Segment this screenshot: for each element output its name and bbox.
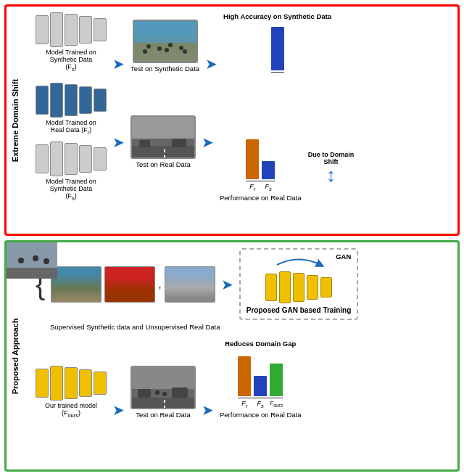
bars-container-2 (246, 131, 275, 181)
perf-block-real: Fr Fs Performance on Real Data (220, 131, 301, 202)
arrow-2: ➤ (205, 55, 218, 73)
arrow-4: ➤ (202, 134, 214, 151)
model-label-ours: Our trained model (Fours) (44, 402, 99, 419)
synth-img-1 (51, 266, 102, 303)
bar-label-fs: Fs (262, 183, 275, 192)
svg-point-2 (146, 44, 151, 49)
model-stack-blue (36, 83, 107, 118)
comma-separator: , (158, 278, 161, 291)
top-section: Extreme Domain Shift Model Trained onSyn… (4, 4, 460, 236)
row-real: Model Trained onReal Data (Fr) Model Tra… (36, 83, 452, 202)
model-block-ours: Our trained model (Fours) (36, 366, 107, 419)
bar-labels-2: Fr Fs (246, 183, 275, 192)
gan-page-5 (320, 277, 332, 298)
row-our-model: Our trained model (Fours) ➤ (36, 340, 452, 419)
model-page-r2 (50, 83, 63, 118)
domain-shift-block: Due to Domain Shift ↕ (305, 151, 356, 184)
perf-block-high-acc: High Accuracy on Synthetic Data (223, 12, 331, 73)
model-stack-yellow (36, 366, 107, 401)
arrow-7: ➤ (202, 401, 214, 419)
model-page-s4 (79, 145, 92, 173)
synth-images-group: , (51, 266, 215, 303)
svg-point-6 (143, 49, 147, 54)
bottom-section: Proposed Approach { (4, 240, 460, 472)
svg-rect-0 (134, 21, 198, 43)
row-proposed-input: { (36, 248, 452, 320)
svg-rect-14 (172, 139, 186, 147)
scene-label-synthetic: Test on Synthetic Data (130, 65, 199, 73)
synth-img-2 (104, 266, 155, 303)
gan-models (265, 271, 332, 303)
bar-label-fs-2: Fs (254, 400, 267, 409)
model-page-2 (50, 12, 63, 47)
bar-labels-3: Fr Fs Fours (238, 400, 283, 409)
scene-label-real: Test on Real Data (136, 160, 191, 168)
row-synthetic: Model Trained onSynthetic Data (Fs) ➤ (36, 12, 452, 73)
bar-high-acc (271, 27, 284, 70)
gan-label: GAN (336, 253, 351, 260)
model-page-s1 (36, 144, 49, 173)
model-block-synthetic: Model Trained onSynthetic Data (Fs) (36, 12, 107, 73)
chart-title-ours: Performance on Real Data (220, 411, 301, 419)
model-page-3 (65, 14, 78, 46)
bars-container-1 (271, 22, 284, 73)
model-stack-gray2 (36, 141, 107, 176)
high-acc-label: High Accuracy on Synthetic Data (223, 12, 331, 20)
bars-container-3 (238, 348, 283, 398)
bottom-section-label: Proposed Approach (11, 318, 20, 394)
model-label-real: Model Trained onReal Data (Fr) (46, 119, 96, 136)
model-page-r1 (36, 86, 49, 115)
model-page-s5 (94, 147, 107, 171)
svg-point-27 (33, 255, 38, 261)
scene-label-real2: Test on Real Data (136, 411, 191, 419)
model-block-real: Model Trained onReal Data (Fr) (36, 83, 107, 136)
top-section-label: Extreme Domain Shift (11, 78, 20, 161)
model-page-4 (79, 16, 92, 44)
arrow-6: ➤ (112, 401, 125, 419)
double-arrow-icon: ↕ (326, 165, 336, 184)
model-page-s3 (65, 143, 78, 175)
gan-feedback-arrow (270, 254, 328, 268)
bar-fours (270, 364, 283, 396)
arrow-3: ➤ (112, 134, 125, 151)
model-block-synth2: Model Trained onSynthetic Data (Fs) (36, 141, 107, 202)
model-page-r3 (65, 84, 78, 116)
chart-title-real: Performance on Real Data (220, 194, 301, 202)
image-block-real2: Test on Real Data (130, 366, 196, 419)
model-page-y5 (94, 372, 107, 395)
model-page-y1 (36, 369, 49, 398)
svg-point-4 (168, 43, 173, 47)
model-page-r4 (79, 86, 92, 114)
model-stacks-container: Model Trained onReal Data (Fr) Model Tra… (36, 83, 107, 202)
synth-img-3 (165, 266, 215, 303)
scene-image-crowd (133, 20, 198, 63)
arrow-5: ➤ (221, 276, 233, 293)
gan-page-1 (265, 274, 277, 301)
svg-point-8 (183, 49, 187, 54)
bar-fr (246, 139, 259, 179)
gan-page-4 (307, 275, 318, 300)
performance-chart-block: Fr Fs Performance on Real Data Due to Do… (220, 131, 356, 202)
svg-rect-35 (172, 387, 188, 398)
perf-chart-ours-block: Reduces Domain Gap Fr Fs Fours Performan… (220, 340, 301, 419)
scene-image-street2 (130, 366, 196, 409)
svg-rect-25 (7, 268, 57, 279)
bar-fs-2 (254, 376, 267, 396)
model-page-y2 (50, 366, 63, 401)
svg-point-37 (162, 392, 167, 396)
data-label: Supervised Synthetic data and Unsupervis… (50, 323, 452, 331)
svg-point-3 (157, 46, 162, 51)
gan-page-3 (293, 273, 304, 302)
gan-box: GAN (239, 248, 358, 320)
svg-rect-13 (139, 140, 150, 147)
bar-fr-2 (238, 356, 251, 396)
svg-point-7 (165, 48, 169, 52)
model-page-y3 (65, 367, 78, 399)
svg-point-36 (155, 390, 160, 395)
model-page-r5 (94, 89, 107, 112)
perf-block-ours: Reduces Domain Gap Fr Fs Fours Performan… (220, 340, 301, 419)
image-block-synthetic: Test on Synthetic Data (130, 20, 199, 73)
model-stack-gray (36, 12, 107, 47)
svg-point-5 (179, 46, 183, 50)
bar-fs (262, 161, 275, 179)
